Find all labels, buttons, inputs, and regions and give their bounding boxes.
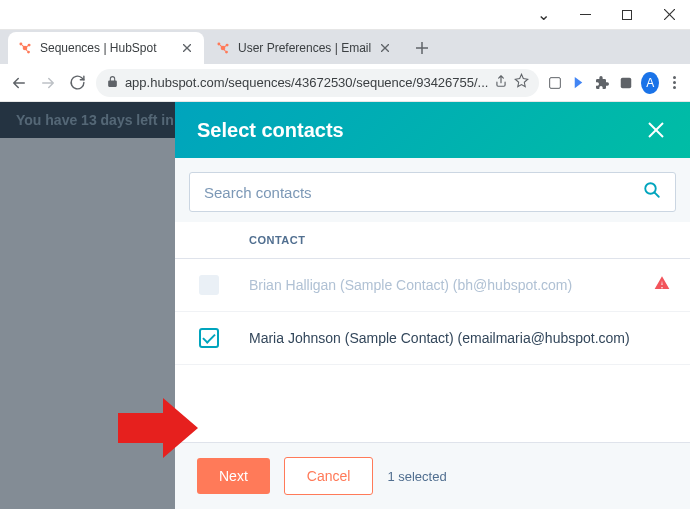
plus-icon (416, 42, 428, 54)
close-icon (648, 122, 664, 138)
next-button[interactable]: Next (197, 458, 270, 494)
url-text: app.hubspot.com/sequences/43672530/seque… (125, 75, 489, 90)
search-box (189, 172, 676, 212)
search-input[interactable] (204, 184, 643, 201)
svg-point-16 (225, 51, 228, 54)
contact-row: Brian Halligan (Sample Contact) (bh@hubs… (175, 259, 690, 312)
window-minimize[interactable] (564, 0, 606, 30)
reload-icon (69, 74, 86, 91)
arrow-right-icon (39, 74, 57, 92)
svg-point-14 (217, 42, 220, 45)
extensions-puzzle-icon[interactable] (594, 74, 610, 92)
maximize-icon (622, 10, 632, 20)
svg-line-17 (220, 45, 222, 47)
svg-rect-1 (623, 10, 632, 19)
extension-icon-1[interactable] (547, 74, 563, 92)
arrow-left-icon (10, 74, 28, 92)
extension-icon-2[interactable] (571, 74, 586, 92)
warning-icon[interactable] (654, 275, 670, 295)
modal-title: Select contacts (197, 119, 344, 142)
close-icon (381, 44, 389, 52)
tab-title: Sequences | HubSpot (40, 41, 180, 55)
svg-line-29 (655, 193, 659, 197)
share-icon[interactable] (494, 74, 508, 92)
hubspot-favicon-icon (216, 41, 230, 55)
contact-checkbox[interactable] (199, 328, 219, 348)
background-dimmed (0, 102, 175, 509)
close-icon (183, 44, 191, 52)
window-chevron[interactable]: ⌄ (522, 0, 564, 30)
svg-line-9 (26, 46, 28, 48)
browser-tab-active[interactable]: Sequences | HubSpot (8, 32, 204, 64)
svg-point-5 (19, 42, 22, 45)
nav-reload-button[interactable] (67, 70, 88, 96)
tab-close-button[interactable] (378, 41, 392, 55)
page-content: You have 13 days left in your Sales Hub … (0, 102, 690, 509)
contact-list-header: CONTACT (175, 222, 690, 259)
hubspot-favicon-icon (18, 41, 32, 55)
lock-icon (106, 74, 119, 92)
cancel-button[interactable]: Cancel (284, 457, 374, 495)
contact-list: Brian Halligan (Sample Contact) (bh@hubs… (175, 259, 690, 442)
contact-label: Maria Johnson (Sample Contact) (emailmar… (249, 330, 670, 346)
browser-menu-button[interactable] (667, 76, 682, 89)
bookmark-star-icon[interactable] (514, 73, 529, 92)
window-titlebar: ⌄ (0, 0, 690, 30)
tab-title: User Preferences | Email (238, 41, 378, 55)
window-controls: ⌄ (522, 0, 690, 30)
window-maximize[interactable] (606, 0, 648, 30)
address-bar[interactable]: app.hubspot.com/sequences/43672530/seque… (96, 69, 540, 97)
browser-tab-inactive[interactable]: User Preferences | Email (206, 32, 402, 64)
browser-tabstrip: Sequences | HubSpot User Preferences | E… (0, 30, 690, 64)
svg-line-10 (26, 49, 28, 51)
nav-forward-button[interactable] (37, 70, 58, 96)
search-container (175, 158, 690, 222)
svg-line-18 (224, 46, 226, 48)
selected-count: 1 selected (387, 469, 446, 484)
svg-rect-24 (550, 77, 561, 88)
modal-close-button[interactable] (644, 118, 668, 142)
modal-footer: Next Cancel 1 selected (175, 442, 690, 509)
minimize-icon (580, 9, 591, 20)
svg-line-8 (22, 45, 24, 47)
contact-label: Brian Halligan (Sample Contact) (bh@hubs… (249, 277, 646, 293)
select-contacts-modal: Select contacts CONTACT Brian Halligan (… (175, 102, 690, 509)
profile-avatar[interactable]: A (641, 72, 659, 94)
contact-checkbox (199, 275, 219, 295)
window-close[interactable] (648, 0, 690, 30)
nav-back-button[interactable] (8, 70, 29, 96)
svg-line-19 (224, 49, 226, 51)
svg-rect-25 (621, 77, 632, 88)
new-tab-button[interactable] (408, 34, 436, 62)
contact-row[interactable]: Maria Johnson (Sample Contact) (emailmar… (175, 312, 690, 365)
browser-toolbar: app.hubspot.com/sequences/43672530/seque… (0, 64, 690, 102)
svg-point-7 (27, 51, 30, 54)
search-icon[interactable] (643, 181, 661, 203)
tab-close-button[interactable] (180, 41, 194, 55)
close-icon (664, 9, 675, 20)
modal-header: Select contacts (175, 102, 690, 158)
extension-icon-3[interactable] (618, 74, 633, 92)
